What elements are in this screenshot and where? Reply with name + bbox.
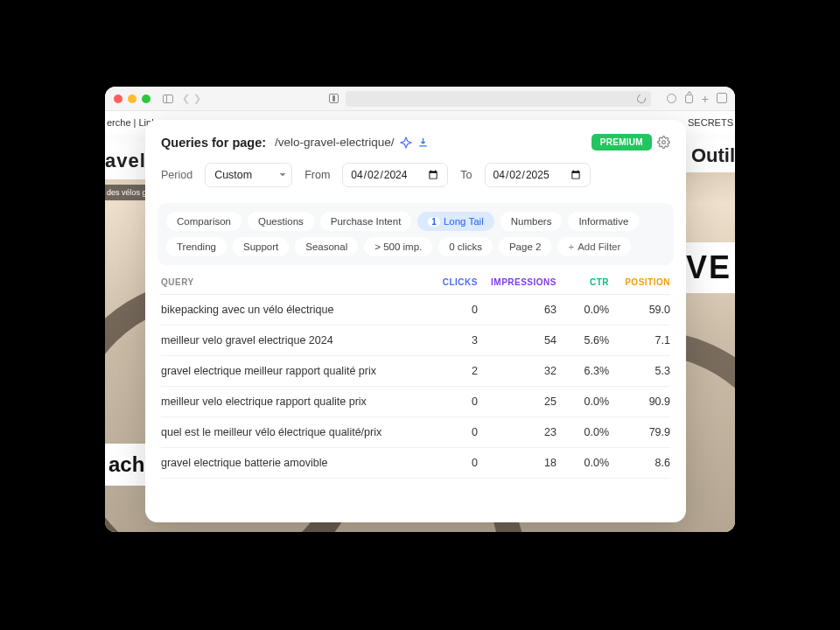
- cell-ctr: 0.0%: [556, 426, 609, 438]
- panel-header: Queries for page: /velo-gravel-electriqu…: [145, 134, 686, 150]
- period-label: Period: [161, 169, 192, 181]
- filter-chip-seasonal[interactable]: Seasonal: [295, 237, 358, 256]
- cell-impressions: 63: [478, 304, 556, 316]
- date-range-controls: Period Custom From To: [145, 150, 686, 203]
- cell-position: 59.0: [609, 304, 670, 316]
- share-icon[interactable]: [685, 94, 693, 103]
- cell-impressions: 23: [478, 426, 556, 438]
- browser-window: ❮ ❯ + erche | Link SECRETS Outil avel: [105, 87, 735, 532]
- cell-ctr: 0.0%: [556, 304, 609, 316]
- cell-position: 90.9: [609, 396, 670, 408]
- from-label: From: [304, 169, 330, 181]
- queries-table: QUERY CLICKS IMPRESSIONS CTR POSITION bi…: [145, 277, 686, 522]
- filter-chip-long-tail[interactable]: 1Long Tail: [417, 212, 494, 231]
- table-row[interactable]: quel est le meilleur vélo électrique qua…: [161, 417, 670, 448]
- col-clicks[interactable]: CLICKS: [425, 277, 478, 287]
- address-bar[interactable]: [346, 91, 651, 107]
- cell-query: meilleur velo gravel electrique 2024: [161, 334, 425, 346]
- col-impressions[interactable]: IMPRESSIONS: [478, 277, 556, 287]
- close-window-button[interactable]: [114, 94, 122, 103]
- filter-chip--500-imp-[interactable]: > 500 imp.: [364, 237, 432, 256]
- filter-chip-numbers[interactable]: Numbers: [500, 212, 563, 231]
- panel-title: Queries for page:: [161, 136, 266, 150]
- filter-chip-trending[interactable]: Trending: [166, 237, 227, 256]
- queries-panel: Queries for page: /velo-gravel-electriqu…: [145, 120, 686, 522]
- cell-ctr: 6.3%: [556, 365, 609, 377]
- filter-chip-comparison[interactable]: Comparison: [166, 212, 242, 231]
- cell-ctr: 5.6%: [556, 334, 609, 346]
- minimize-window-button[interactable]: [128, 94, 136, 103]
- bg-outil-text: Outil: [681, 139, 735, 172]
- cell-impressions: 18: [478, 457, 556, 469]
- maximize-window-button[interactable]: [142, 94, 150, 103]
- titlebar: ❮ ❯ +: [105, 87, 735, 111]
- cell-clicks: 0: [425, 304, 478, 316]
- cell-query: quel est le meilleur vélo électrique qua…: [161, 426, 425, 438]
- cell-position: 8.6: [609, 457, 670, 469]
- col-ctr[interactable]: CTR: [556, 277, 609, 287]
- filter-chip-0-clicks[interactable]: 0 clicks: [438, 237, 493, 256]
- forward-button[interactable]: ❯: [193, 93, 201, 104]
- to-date-input[interactable]: [485, 163, 591, 187]
- add-filter-button[interactable]: Add Filter: [557, 237, 631, 256]
- viewport: erche | Link SECRETS Outil avel des vélo…: [105, 111, 735, 532]
- table-row[interactable]: meilleur velo electrique rapport qualite…: [161, 387, 670, 417]
- col-position[interactable]: POSITION: [609, 277, 670, 287]
- cell-position: 7.1: [609, 334, 670, 346]
- premium-badge[interactable]: PREMIUM: [592, 134, 652, 150]
- to-label: To: [460, 169, 472, 181]
- filter-chips: ComparisonQuestionsPurchase Intent1Long …: [158, 203, 674, 265]
- col-query[interactable]: QUERY: [161, 277, 425, 287]
- sidebar-toggle-button[interactable]: [163, 94, 173, 103]
- cell-clicks: 3: [425, 334, 478, 346]
- filter-chip-support[interactable]: Support: [233, 237, 289, 256]
- ai-diamond-icon[interactable]: [400, 136, 412, 149]
- traffic-lights: [114, 94, 150, 103]
- cell-query: bikepacking avec un vélo électrique: [161, 304, 425, 316]
- gear-icon[interactable]: [657, 136, 670, 149]
- period-select[interactable]: Custom: [205, 163, 292, 187]
- privacy-shield-icon[interactable]: [329, 94, 339, 103]
- table-row[interactable]: gravel electrique batterie amovible0180.…: [161, 448, 670, 479]
- cell-query: gravel electrique meilleur rapport quali…: [161, 365, 425, 377]
- table-row[interactable]: bikepacking avec un vélo électrique0630.…: [161, 295, 670, 326]
- cell-clicks: 0: [425, 457, 478, 469]
- cell-clicks: 0: [425, 426, 478, 438]
- from-date-input[interactable]: [342, 163, 448, 187]
- download-icon[interactable]: [417, 136, 429, 148]
- cell-ctr: 0.0%: [556, 457, 609, 469]
- cell-clicks: 0: [425, 396, 478, 408]
- cell-impressions: 32: [478, 365, 556, 377]
- new-tab-button[interactable]: +: [702, 93, 709, 105]
- table-row[interactable]: meilleur velo gravel electrique 20243545…: [161, 326, 670, 356]
- cell-ctr: 0.0%: [556, 396, 609, 408]
- svg-point-0: [662, 141, 666, 144]
- cell-query: gravel electrique batterie amovible: [161, 457, 425, 469]
- cell-query: meilleur velo electrique rapport qualite…: [161, 396, 425, 408]
- table-header: QUERY CLICKS IMPRESSIONS CTR POSITION: [161, 277, 670, 295]
- filter-chip-informative[interactable]: Informative: [568, 212, 639, 231]
- cell-impressions: 25: [478, 396, 556, 408]
- reload-icon[interactable]: [635, 93, 648, 105]
- filter-chip-purchase-intent[interactable]: Purchase Intent: [320, 212, 412, 231]
- cell-clicks: 2: [425, 365, 478, 377]
- table-row[interactable]: gravel electrique meilleur rapport quali…: [161, 356, 670, 387]
- back-button[interactable]: ❮: [182, 93, 190, 104]
- cell-impressions: 54: [478, 334, 556, 346]
- tabs-icon[interactable]: [718, 94, 726, 103]
- cell-position: 79.9: [609, 426, 670, 438]
- nav-text-right: SECRETS: [688, 117, 733, 128]
- reader-icon[interactable]: [667, 94, 676, 103]
- cell-position: 5.3: [609, 365, 670, 377]
- filter-chip-questions[interactable]: Questions: [248, 212, 314, 231]
- page-path: /velo-gravel-electrique/: [275, 136, 395, 149]
- filter-chip-page-2[interactable]: Page 2: [499, 237, 551, 256]
